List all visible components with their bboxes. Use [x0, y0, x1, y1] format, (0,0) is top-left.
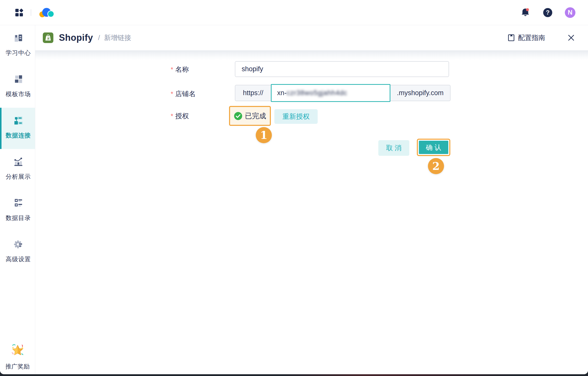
app-grid-icon[interactable] — [15, 8, 24, 17]
notification-bell-icon[interactable] — [521, 7, 531, 18]
sidebar-item-analysis-display[interactable]: 分析展示 — [0, 149, 35, 190]
breadcrumb: 新增链接 — [104, 33, 131, 42]
store-url-group: https:// xn-czr38wo5gjahh4dc .myshopify.… — [235, 85, 451, 101]
main-panel: S Shopify / 新增链接 配置指南 — [35, 25, 588, 374]
catalog-list-icon — [13, 198, 24, 209]
chart-icon — [13, 157, 24, 168]
cancel-button[interactable]: 取 消 — [378, 140, 409, 156]
sidebar-item-label: 学习中心 — [6, 49, 31, 57]
store-name-masked: czr38wo5gjahh4dc — [287, 89, 347, 97]
sidebar-item-template-market[interactable]: 模板市场 — [0, 66, 35, 108]
config-guide-label: 配置指南 — [518, 33, 545, 42]
breadcrumb-separator: / — [98, 34, 100, 42]
svg-text:S: S — [47, 36, 50, 41]
reauthorize-button[interactable]: 重新授权 — [274, 109, 318, 124]
url-suffix: .myshopify.com — [390, 85, 451, 101]
annotation-step-2-badge: 2 — [428, 158, 444, 174]
config-guide-link[interactable]: 配置指南 — [507, 33, 545, 42]
auth-status-highlight: 已完成 — [229, 106, 271, 126]
store-name-visible: xn- — [277, 89, 287, 97]
annotation-step-1-badge: 1 — [256, 127, 272, 143]
top-bar: ? N — [0, 0, 588, 25]
cloud-logo-icon[interactable] — [38, 7, 54, 18]
gear-icon — [13, 239, 24, 251]
sidebar-item-data-connection[interactable]: 数据连接 — [0, 108, 35, 149]
required-marker: * — [171, 65, 173, 73]
book-icon — [13, 33, 24, 44]
app-window: ? N 学习中心 — [0, 0, 588, 374]
auth-status-badge: 已完成 — [245, 111, 266, 121]
required-marker: * — [171, 111, 173, 120]
data-connection-icon — [13, 115, 24, 127]
confirm-button-highlight: 确 认 — [417, 139, 450, 156]
sidebar-item-learning-center[interactable]: 学习中心 — [0, 25, 35, 66]
store-field-label: * 店铺名 — [171, 89, 196, 98]
close-icon[interactable] — [567, 33, 575, 42]
sidebar-item-advanced-settings[interactable]: 高级设置 — [0, 232, 35, 273]
sidebar-item-label: 数据连接 — [6, 131, 31, 139]
required-marker: * — [171, 89, 173, 98]
store-name-input[interactable]: xn-czr38wo5gjahh4dc — [271, 84, 390, 102]
page-header: S Shopify / 新增链接 配置指南 — [35, 25, 588, 50]
sidebar: 学习中心 模板市场 — [0, 25, 35, 374]
sidebar-item-label: 模板市场 — [6, 90, 31, 98]
shopify-logo-icon: S — [43, 32, 53, 43]
page-title: Shopify — [59, 32, 93, 43]
avatar[interactable]: N — [565, 7, 575, 18]
url-prefix: https:// — [235, 85, 271, 101]
template-grid-icon — [13, 74, 24, 86]
confirm-button[interactable]: 确 认 — [419, 141, 448, 154]
auth-field-label: * 授权 — [171, 111, 189, 121]
name-field-label: * 名称 — [171, 65, 189, 74]
star-reward-icon — [10, 343, 25, 360]
form-area: * 名称 * 店铺名 https:// xn-czr38wo5gjahh4dc … — [35, 50, 588, 374]
sidebar-item-label: 高级设置 — [6, 255, 31, 263]
sidebar-item-data-catalog[interactable]: 数据目录 — [0, 190, 35, 232]
success-check-icon — [234, 112, 242, 120]
sidebar-item-label: 数据目录 — [6, 214, 31, 222]
name-input[interactable] — [235, 61, 449, 77]
sidebar-item-label: 推广奖励 — [6, 362, 30, 370]
help-icon[interactable]: ? — [543, 8, 552, 17]
guide-book-icon — [507, 34, 515, 42]
topbar-divider — [31, 9, 31, 16]
sidebar-item-promo-rewards[interactable]: 推广奖励 — [0, 343, 35, 370]
sidebar-item-label: 分析展示 — [6, 173, 31, 181]
